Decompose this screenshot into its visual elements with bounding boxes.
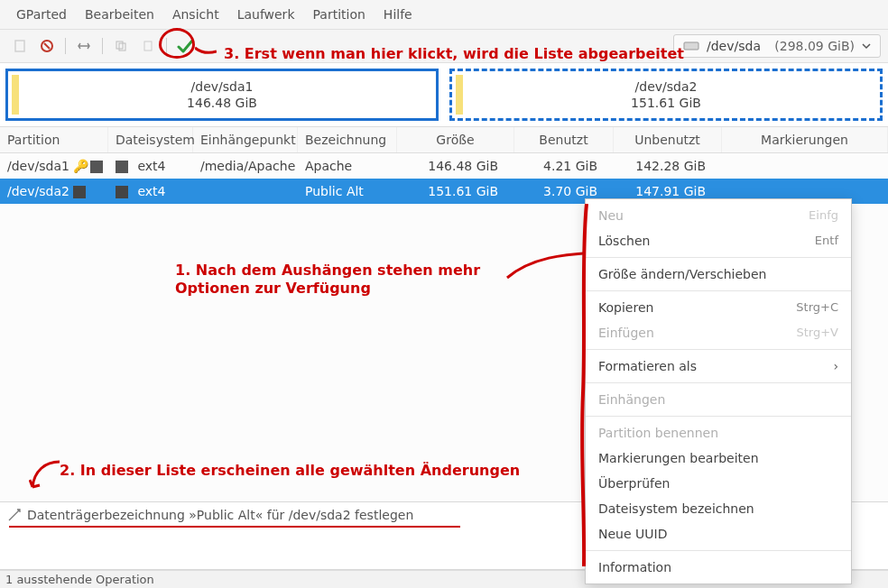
menu-gparted[interactable]: GParted [7, 4, 76, 25]
col-used[interactable]: Benutzt [514, 127, 614, 152]
col-label[interactable]: Bezeichnung [298, 127, 397, 152]
device-selector[interactable]: /dev/sda (298.09 GiB) [673, 34, 881, 58]
partition-block-size: 151.61 GiB [631, 95, 701, 111]
chevron-down-icon [862, 41, 871, 51]
table-row[interactable]: /dev/sda1 🔑 ext4 /media/Apache Apache 14… [0, 153, 888, 179]
cell-mountpoint: /media/Apache [193, 153, 298, 179]
context-menu-label: Information [598, 560, 671, 574]
context-menu-accelerator: Strg+V [796, 326, 838, 340]
annotation-underline [9, 526, 460, 528]
device-size: (298.09 GiB) [774, 39, 855, 53]
copy-button[interactable] [108, 33, 134, 59]
table-header: Partition Dateisystem Einhängepunkt Beze… [0, 126, 888, 153]
context-menu-item[interactable]: Überprüfen [586, 471, 851, 496]
delete-icon [40, 39, 54, 53]
context-menu-item: Partition benennen [586, 420, 851, 446]
col-filesystem[interactable]: Dateisystem [108, 127, 193, 152]
paste-icon [141, 39, 155, 53]
cell-mountpoint [193, 186, 298, 197]
context-menu-separator [586, 349, 851, 350]
label-icon [7, 508, 22, 522]
pending-text: Datenträgerbezeichnung »Public Alt« für … [27, 508, 413, 522]
paste-button[interactable] [135, 33, 161, 59]
menu-partition[interactable]: Partition [304, 4, 375, 25]
table-body: /dev/sda1 🔑 ext4 /media/Apache Apache 14… [0, 153, 888, 204]
context-menu-separator [586, 382, 851, 383]
col-flags[interactable]: Markierungen [722, 127, 888, 152]
context-menu-item[interactable]: Größe ändern/Verschieben [586, 262, 851, 287]
context-menu-item[interactable]: Dateisystem bezeichnen [586, 496, 851, 521]
separator [166, 38, 167, 54]
context-menu-item[interactable]: KopierenStrg+C [586, 295, 851, 320]
context-menu-separator [586, 290, 851, 291]
fs-color-swatch [116, 161, 128, 173]
annotation-2: 2. In dieser Liste erscheinen alle gewäh… [60, 462, 520, 480]
col-partition[interactable]: Partition [0, 127, 108, 152]
separator [65, 38, 66, 54]
context-menu-item[interactable]: Information [586, 555, 851, 580]
document-new-icon [13, 39, 27, 53]
cell-unused: 142.28 GiB [614, 153, 722, 179]
apply-button[interactable] [172, 33, 198, 59]
context-menu-separator [586, 257, 851, 258]
delete-partition-button[interactable] [34, 33, 60, 59]
fs-color-swatch [90, 161, 103, 173]
cell-label: Apache [298, 153, 397, 179]
partition-map: /dev/sda1 146.48 GiB /dev/sda2 151.61 Gi… [0, 63, 888, 126]
toolbar: /dev/sda (298.09 GiB) [0, 30, 888, 63]
svg-line-2 [44, 43, 50, 49]
device-name: /dev/sda [707, 39, 761, 53]
partition-block-sda2[interactable]: /dev/sda2 151.61 GiB [449, 69, 883, 121]
context-menu: NeuEinfgLöschenEntfGröße ändern/Verschie… [585, 198, 852, 584]
copy-icon [114, 39, 128, 53]
menubar: GParted Bearbeiten Ansicht Laufwerk Part… [0, 0, 888, 30]
context-menu-item[interactable]: Neue UUID [586, 521, 851, 547]
menu-help[interactable]: Hilfe [375, 4, 421, 25]
annotation-arrow-2 [29, 460, 65, 491]
cell-label: Public Alt [298, 179, 397, 204]
cell-partition: /dev/sda2 [7, 184, 69, 198]
partition-block-name: /dev/sda2 [631, 78, 701, 95]
fs-color-swatch [116, 186, 128, 198]
partition-block-sda1[interactable]: /dev/sda1 146.48 GiB [5, 69, 439, 121]
context-menu-label: Neue UUID [598, 527, 667, 541]
lock-icon: 🔑 [73, 159, 86, 173]
context-menu-label: Kopieren [598, 300, 653, 315]
context-menu-label: Dateisystem bezeichnen [598, 501, 754, 516]
cell-used: 4.21 GiB [514, 153, 614, 179]
svg-rect-5 [144, 41, 152, 51]
fs-color-swatch [73, 186, 86, 198]
svg-rect-0 [15, 41, 24, 51]
context-menu-separator [586, 416, 851, 417]
context-menu-label: Löschen [598, 234, 650, 248]
context-menu-item[interactable]: Markierungen bearbeiten [586, 446, 851, 471]
menu-device[interactable]: Laufwerk [228, 4, 304, 25]
cell-partition: /dev/sda1 [7, 159, 69, 173]
separator [102, 38, 103, 54]
context-menu-label: Einhängen [598, 392, 665, 407]
partition-block-size: 146.48 GiB [187, 95, 257, 111]
context-menu-label: Partition benennen [598, 426, 718, 440]
harddisk-icon [683, 40, 699, 52]
col-mountpoint[interactable]: Einhängepunkt [193, 127, 298, 152]
context-menu-item: Einhängen [586, 387, 851, 412]
context-menu-item[interactable]: Formatieren als› [586, 354, 851, 379]
cell-filesystem: ext4 [137, 159, 165, 173]
cell-size: 151.61 GiB [397, 179, 514, 204]
menu-view[interactable]: Ansicht [163, 4, 228, 25]
context-menu-label: Größe ändern/Verschieben [598, 267, 766, 281]
status-text: 1 ausstehende Operation [5, 573, 154, 586]
chevron-right-icon: › [833, 359, 838, 373]
menu-edit[interactable]: Bearbeiten [76, 4, 163, 25]
col-unused[interactable]: Unbenutzt [614, 127, 722, 152]
resize-move-button[interactable] [71, 33, 97, 59]
annotation-arrow-1 [505, 251, 596, 287]
annotation-1: 1. Nach dem Aushängen stehen mehr Option… [175, 262, 518, 298]
context-menu-item[interactable]: LöschenEntf [586, 228, 851, 253]
apply-check-icon [176, 37, 194, 55]
annotation-tick [195, 44, 217, 59]
new-partition-button[interactable] [7, 33, 32, 59]
cell-size: 146.48 GiB [397, 153, 514, 179]
col-size[interactable]: Größe [397, 127, 514, 152]
context-menu-accelerator: Strg+C [796, 300, 838, 315]
